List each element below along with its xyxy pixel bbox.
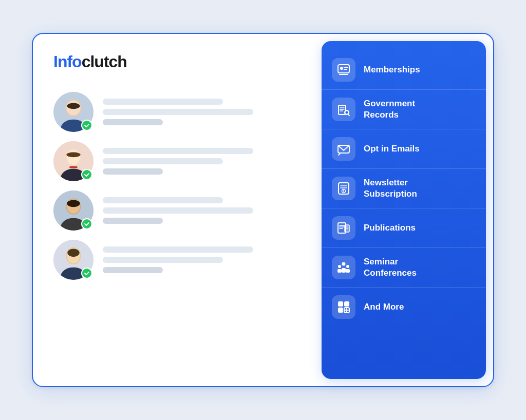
and-more-icon xyxy=(336,300,351,314)
svg-rect-51 xyxy=(342,268,346,273)
page-background: Infoclutch xyxy=(16,15,510,405)
contact-lines xyxy=(103,148,303,175)
government-records-label: Government Records xyxy=(364,98,415,121)
logo: Infoclutch xyxy=(53,52,303,71)
svg-point-31 xyxy=(346,111,348,114)
menu-item-publications[interactable]: Publications xyxy=(322,208,486,248)
right-panel: Memberships Government Records xyxy=(322,41,486,379)
svg-point-49 xyxy=(346,265,349,268)
contact-row xyxy=(53,92,303,132)
check-badge xyxy=(81,268,92,279)
newsletter-subscription-icon xyxy=(336,181,351,196)
newsletter-subscription-icon-wrap xyxy=(332,177,355,200)
contact-line xyxy=(103,119,163,125)
svg-point-7 xyxy=(67,150,80,165)
contact-line xyxy=(103,158,223,164)
contact-line xyxy=(103,197,223,203)
opt-in-emails-icon xyxy=(336,142,351,156)
svg-rect-34 xyxy=(339,183,349,194)
seminar-conferences-label: Seminar Conferences xyxy=(364,256,417,279)
menu-item-newsletter-subscription[interactable]: Newsletter Subscription xyxy=(322,169,486,208)
svg-point-20 xyxy=(67,249,79,257)
avatar-wrap xyxy=(53,190,93,231)
svg-rect-50 xyxy=(337,269,342,273)
svg-rect-53 xyxy=(338,301,343,307)
svg-point-48 xyxy=(338,265,341,268)
avatar-wrap xyxy=(53,92,93,132)
contact-line xyxy=(103,148,253,154)
and-more-icon-wrap xyxy=(332,295,355,319)
contact-lines xyxy=(103,99,303,125)
memberships-label: Memberships xyxy=(364,64,420,75)
contact-line xyxy=(103,246,253,253)
newsletter-subscription-label: Newsletter Subscription xyxy=(364,177,417,200)
government-records-icon xyxy=(336,102,351,117)
left-panel: Infoclutch xyxy=(33,34,322,386)
svg-point-15 xyxy=(67,200,80,207)
menu-item-and-more[interactable]: And More xyxy=(322,288,486,327)
menu-item-seminar-conferences[interactable]: Seminar Conferences xyxy=(322,248,486,288)
svg-line-32 xyxy=(348,114,349,116)
svg-rect-55 xyxy=(338,308,343,313)
contact-line xyxy=(103,168,163,175)
svg-rect-54 xyxy=(344,301,349,307)
check-badge xyxy=(81,169,92,180)
logo-text: Infoclutch xyxy=(53,52,127,71)
government-records-icon-wrap xyxy=(332,98,355,121)
publications-label: Publications xyxy=(364,222,416,234)
menu-item-memberships[interactable]: Memberships xyxy=(322,50,486,90)
contact-lines xyxy=(103,246,303,273)
check-badge xyxy=(81,120,92,131)
contact-line xyxy=(103,99,223,105)
contact-row xyxy=(53,240,303,280)
avatar-wrap xyxy=(53,141,93,181)
contact-line xyxy=(103,267,163,273)
avatar-wrap xyxy=(53,240,93,280)
svg-point-47 xyxy=(342,262,346,266)
contact-line xyxy=(103,218,163,224)
svg-rect-52 xyxy=(346,269,350,273)
contacts-list xyxy=(53,92,303,280)
contact-lines xyxy=(103,197,303,224)
and-more-label: And More xyxy=(364,301,404,313)
seminar-conferences-icon xyxy=(336,260,351,275)
svg-point-39 xyxy=(343,192,344,193)
contact-line xyxy=(103,257,223,263)
svg-point-4 xyxy=(67,103,80,109)
memberships-icon xyxy=(336,63,351,77)
opt-in-emails-icon-wrap xyxy=(332,137,355,161)
svg-rect-21 xyxy=(338,65,349,73)
menu-item-government-records[interactable]: Government Records xyxy=(322,90,486,129)
main-card: Infoclutch xyxy=(32,33,494,387)
menu-item-opt-in-emails[interactable]: Opt in Emails xyxy=(322,129,486,169)
contact-line xyxy=(103,109,253,115)
check-badge xyxy=(81,218,92,230)
publications-icon-wrap xyxy=(332,216,355,240)
contact-line xyxy=(103,207,253,214)
contact-row xyxy=(53,190,303,231)
publications-icon xyxy=(336,221,351,235)
svg-rect-22 xyxy=(340,67,343,70)
memberships-icon-wrap xyxy=(332,58,355,82)
contact-row xyxy=(53,141,303,181)
seminar-conferences-icon-wrap xyxy=(332,256,355,279)
svg-point-9 xyxy=(66,152,80,157)
opt-in-emails-label: Opt in Emails xyxy=(364,143,420,155)
svg-rect-10 xyxy=(69,166,78,168)
